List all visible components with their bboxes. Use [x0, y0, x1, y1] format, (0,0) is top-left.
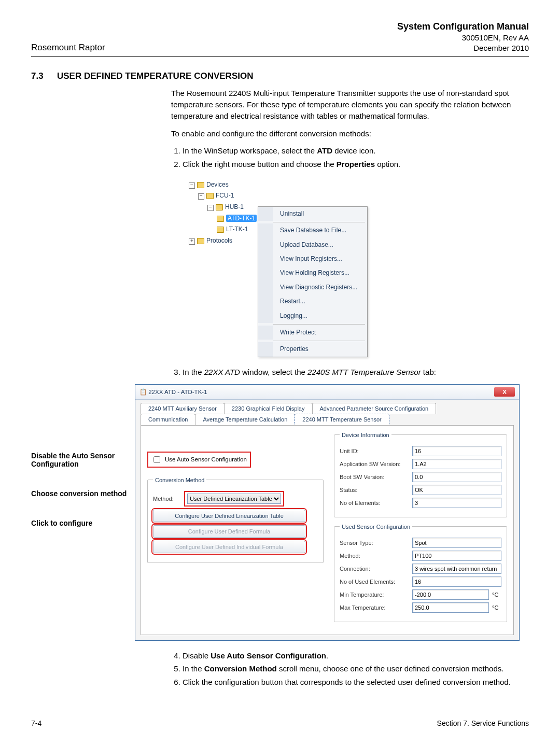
used-sensor-legend: Used Sensor Configuration: [340, 524, 412, 530]
section-title: USER DEFINED TEMPERATURE CONVERSION: [57, 71, 253, 81]
menu-uninstall[interactable]: Uninstall: [258, 207, 367, 221]
menu-upload-db[interactable]: Upload Database...: [258, 238, 367, 252]
min-temp-label: Min Temperature:: [340, 592, 412, 598]
menu-logging[interactable]: Logging...: [258, 309, 367, 323]
menu-save-db[interactable]: Save Database to File...: [258, 223, 367, 237]
menu-properties[interactable]: Properties: [258, 342, 367, 356]
product-name: Rosemount Raptor: [31, 43, 105, 53]
conversion-method-legend: Conversion Method: [153, 477, 206, 483]
btn-config-formula[interactable]: Configure User Defined Formula: [153, 525, 305, 538]
device-info-legend: Device Information: [340, 432, 391, 438]
sensor-type-label: Sensor Type:: [340, 540, 412, 546]
tab-mtt-temp-sensor[interactable]: 2240 MTT Temperature Sensor: [295, 414, 389, 425]
section-number: 7.3: [31, 71, 57, 81]
folder-icon: [197, 182, 204, 188]
menu-write-protect[interactable]: Write Protect: [258, 326, 367, 340]
menu-view-holding[interactable]: View Holding Registers...: [258, 266, 367, 280]
menu-view-diag[interactable]: View Diagnostic Registers...: [258, 280, 367, 294]
tree-devices[interactable]: Devices: [206, 181, 229, 188]
doc-date: December 2010: [397, 43, 529, 53]
tab-adv-param[interactable]: Advanced Parameter Source Configuration: [312, 403, 437, 414]
status-label: Status:: [340, 487, 412, 493]
hub-icon: [216, 204, 223, 210]
min-unit: °C: [492, 592, 501, 598]
footer-section: Section 7. Service Functions: [437, 719, 529, 727]
unit-id-label: Unit ID:: [340, 448, 412, 454]
tree-fcu[interactable]: FCU-1: [216, 192, 234, 199]
max-unit: °C: [492, 605, 501, 611]
tree-screenshot: −Devices −FCU-1 −HUB-1 ATD-TK-1 LT-TK-1 …: [187, 176, 529, 357]
device-icon: [206, 193, 214, 199]
close-icon[interactable]: X: [494, 387, 515, 397]
connection-label: Connection:: [340, 566, 412, 572]
tree-hub[interactable]: HUB-1: [225, 203, 244, 210]
unit-id-field: [412, 446, 501, 456]
callout-click-configure: Click to configure: [31, 519, 135, 528]
step-1: In the WinSetup workspace, select the AT…: [183, 145, 529, 157]
doc-number: 300510EN, Rev AA: [397, 33, 529, 43]
appsw-label: Application SW Version:: [340, 461, 412, 467]
callout-disable-auto: Disable the Auto Sensor Configuration: [31, 452, 135, 469]
tab-avg-temp[interactable]: Average Temperature Calculation: [195, 414, 295, 425]
step-2: Click the right mouse button and choose …: [183, 159, 529, 170]
method-label: Method:: [153, 496, 184, 502]
connection-field: [412, 564, 501, 574]
tab-communication[interactable]: Communication: [141, 414, 195, 425]
step-5: In the Conversion Method scroll menu, ch…: [183, 663, 529, 674]
max-temp-label: Max Temperature:: [340, 605, 412, 611]
status-field: [412, 485, 501, 495]
boot-label: Boot SW Version:: [340, 474, 412, 480]
page-number: 7-4: [31, 719, 41, 727]
tree-atd-selected[interactable]: ATD-TK-1: [226, 215, 257, 222]
min-temp-field: [412, 589, 489, 600]
lt-icon: [217, 227, 224, 233]
step-3: In the 22XX ATD window, select the 2240S…: [183, 367, 529, 378]
manual-title: System Configuration Manual: [397, 21, 529, 33]
callout-choose-method: Choose conversion method: [31, 489, 135, 498]
btn-config-individual[interactable]: Configure User Defined Individual Formul…: [153, 541, 305, 553]
auto-sensor-checkbox[interactable]: [153, 456, 160, 463]
menu-restart[interactable]: Restart...: [258, 294, 367, 308]
auto-sensor-checkbox-frame: Use Auto Sensor Configuration: [147, 452, 251, 468]
btn-config-linearization[interactable]: Configure User Defined Linearization Tab…: [153, 510, 305, 522]
sensor-method-field: [412, 551, 501, 561]
max-temp-field: [412, 602, 489, 613]
boot-field: [412, 472, 501, 482]
tree-lt[interactable]: LT-TK-1: [226, 226, 248, 233]
noel-field: [412, 498, 501, 508]
sensor-type-field: [412, 538, 501, 548]
atd-icon: [217, 216, 224, 222]
noused-label: No of Used Elements:: [340, 579, 412, 585]
atd-dialog: 📋 22XX ATD - ATD-TK-1 X 2240 MTT Auxilia…: [135, 384, 520, 641]
auto-sensor-label: Use Auto Sensor Configuration: [165, 456, 247, 462]
dialog-title: 📋 22XX ATD - ATD-TK-1: [139, 388, 207, 396]
menu-view-input[interactable]: View Input Registers...: [258, 252, 367, 266]
context-menu: Uninstall Save Database to File... Uploa…: [258, 206, 368, 357]
noused-field: [412, 577, 501, 587]
appsw-field: [412, 459, 501, 469]
sensor-method-label: Method:: [340, 553, 412, 559]
step-4: Disable Use Auto Sensor Configuration.: [183, 650, 529, 662]
step-6: Click the configuration button that corr…: [183, 677, 529, 688]
intro-paragraph-2: To enable and configure the different co…: [171, 128, 529, 139]
tab-field-display[interactable]: 2230 Graphical Field Display: [224, 403, 313, 414]
noel-label: No of Elements:: [340, 500, 412, 506]
method-select[interactable]: User Defined Linearization Table: [187, 494, 281, 504]
tree-protocols[interactable]: Protocols: [206, 237, 232, 244]
intro-paragraph-1: The Rosemount 2240S Multi-input Temperat…: [171, 88, 529, 121]
header-rule: [31, 56, 529, 57]
folder-icon: [197, 238, 204, 244]
tab-aux-sensor[interactable]: 2240 MTT Auxiliary Sensor: [141, 403, 225, 414]
method-select-frame: User Defined Linearization Table: [184, 491, 284, 507]
